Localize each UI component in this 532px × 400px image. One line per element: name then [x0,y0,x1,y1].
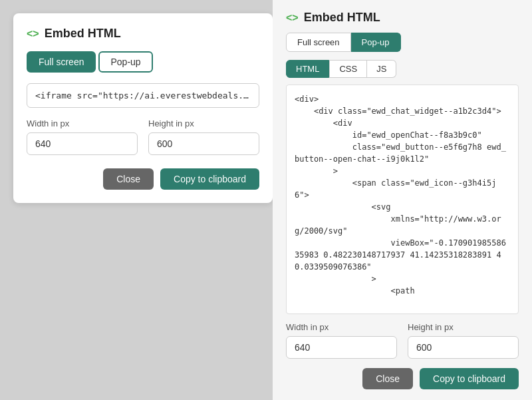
left-action-row: Close Copy to clipboard [27,168,259,190]
right-title-text: Embed HTML [304,11,380,25]
right-code-display: <div> <div class="ewd_chat_widget--a1b2c… [286,85,519,314]
left-height-field: Height in px [148,118,259,155]
right-embed-panel: <> Embed HTML Full screen Pop-up HTML CS… [273,0,532,400]
right-close-button[interactable]: Close [362,368,413,389]
right-width-field: Width in px [286,322,397,359]
right-copy-button[interactable]: Copy to clipboard [420,368,519,389]
right-width-label: Width in px [286,322,397,332]
right-action-row: Close Copy to clipboard [286,368,519,389]
right-height-field: Height in px [408,322,519,359]
embed-icon-right: <> [286,12,299,24]
left-width-label: Width in px [27,118,138,128]
left-close-button[interactable]: Close [103,168,154,190]
left-height-input[interactable] [148,132,259,155]
right-code-tab-js[interactable]: JS [367,60,396,78]
embed-icon-left: <> [27,28,39,40]
right-code-tab-html[interactable]: HTML [286,60,329,78]
left-height-label: Height in px [148,118,259,128]
right-tab-fullscreen[interactable]: Full screen [286,33,351,52]
right-height-input[interactable] [408,336,519,359]
right-height-label: Height in px [408,322,519,332]
left-copy-button[interactable]: Copy to clipboard [160,168,259,190]
left-width-field: Width in px [27,118,138,155]
left-tab-group: Full screen Pop-up [27,51,259,73]
right-mode-tab-group: Full screen Pop-up [286,33,519,52]
left-title-text: Embed HTML [45,27,121,41]
right-panel-title: <> Embed HTML [286,11,519,25]
left-code-input[interactable] [27,83,259,108]
right-dimension-row: Width in px Height in px [286,322,519,359]
left-dimension-row: Width in px Height in px [27,118,259,155]
left-tab-fullscreen[interactable]: Full screen [27,51,96,73]
left-tab-popup[interactable]: Pop-up [98,51,152,73]
left-panel-title: <> Embed HTML [27,27,259,41]
right-width-input[interactable] [286,336,397,359]
left-width-input[interactable] [27,132,138,155]
right-code-tab-group: HTML CSS JS [286,60,519,78]
right-tab-popup[interactable]: Pop-up [351,33,401,52]
right-code-tab-css[interactable]: CSS [329,60,367,78]
left-embed-panel: <> Embed HTML Full screen Pop-up Width i… [13,13,273,203]
